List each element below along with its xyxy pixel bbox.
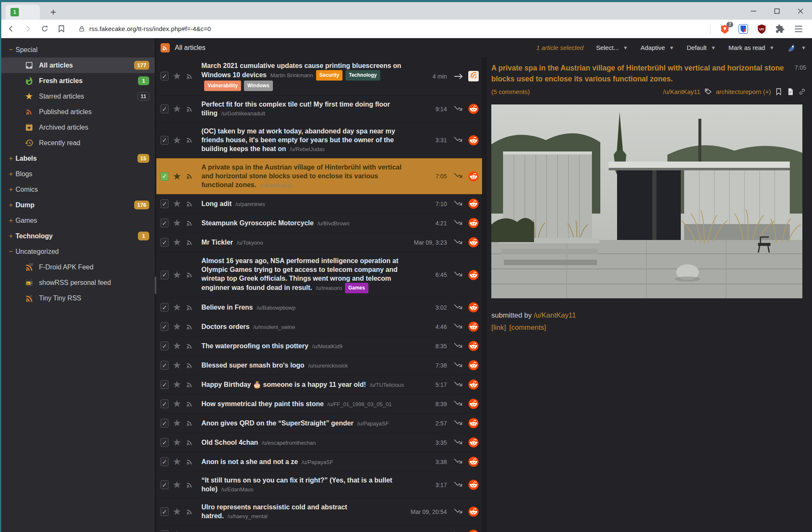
- article-checkbox[interactable]: ✓: [161, 271, 169, 279]
- sidebar-item-archived-articles[interactable]: Archived articles: [1, 120, 155, 135]
- collapse-icon[interactable]: −: [6, 46, 16, 54]
- star-icon[interactable]: ★: [173, 399, 182, 409]
- pane-splitter[interactable]: [482, 57, 486, 532]
- comments-link[interactable]: [comments]: [509, 323, 546, 332]
- share-zigzag-icon[interactable]: [454, 342, 463, 351]
- expand-icon[interactable]: +: [6, 170, 16, 178]
- share-zigzag-icon[interactable]: [454, 399, 463, 409]
- sidebar-item-recently-read[interactable]: Recently read: [1, 135, 155, 151]
- share-zigzag-icon[interactable]: [454, 199, 463, 209]
- new-tab-button[interactable]: +: [47, 5, 60, 19]
- star-icon[interactable]: ★: [173, 71, 182, 81]
- star-icon[interactable]: ★: [173, 172, 182, 181]
- article-tag-games[interactable]: Games: [345, 283, 368, 293]
- star-icon[interactable]: ★: [173, 418, 182, 428]
- star-icon[interactable]: ★: [173, 303, 182, 312]
- star-icon[interactable]: ★: [173, 322, 182, 331]
- sidebar-item-blogs[interactable]: +Blogs: [1, 166, 155, 182]
- article-checkbox[interactable]: ✓: [161, 361, 169, 370]
- share-zigzag-icon[interactable]: [454, 322, 463, 331]
- extensions-puzzle-icon[interactable]: [775, 23, 786, 34]
- article-checkbox[interactable]: ✓: [161, 219, 169, 227]
- article-row[interactable]: ✓★Ulro represents narcissistic cold and …: [156, 498, 482, 525]
- expand-icon[interactable]: +: [6, 216, 16, 225]
- share-zigzag-icon[interactable]: [454, 270, 463, 279]
- article-row[interactable]: ✓★March 2021 cumulative updates cause pr…: [156, 57, 482, 96]
- sidebar-splitter[interactable]: [155, 38, 156, 532]
- share-zigzag-icon[interactable]: [454, 136, 463, 145]
- open-arrow-icon[interactable]: [454, 72, 463, 81]
- expand-icon[interactable]: +: [6, 154, 16, 163]
- article-checkbox[interactable]: ✓: [161, 322, 169, 331]
- splitter-grip[interactable]: [155, 276, 156, 294]
- article-row[interactable]: ✓★Perfect fit for this complex tile cut!…: [156, 96, 482, 123]
- back-icon[interactable]: [4, 22, 18, 36]
- star-icon[interactable]: ★: [173, 104, 182, 114]
- star-icon[interactable]: ★: [173, 480, 182, 490]
- expand-icon[interactable]: +: [6, 185, 16, 194]
- sidebar-item-labels[interactable]: +Labels15: [1, 151, 155, 166]
- address-bar[interactable]: rss.fakecake.org/tt-rss/index.php#f=-4&c…: [78, 25, 705, 32]
- article-title[interactable]: Steampunk Gyroscopic Motorcycle: [201, 219, 314, 227]
- article-title[interactable]: Doctors orders: [201, 323, 249, 330]
- article-checkbox[interactable]: ✓: [161, 507, 169, 516]
- article-row[interactable]: ✓★Old School 4chan/u/escapefromthechan3:…: [156, 433, 482, 452]
- minimize-icon[interactable]: [742, 2, 765, 20]
- article-row[interactable]: ✓★(OC) taken by me at work today, abando…: [156, 123, 482, 158]
- article-title[interactable]: How symmetrical they paint this stone: [201, 400, 324, 407]
- share-zigzag-icon[interactable]: [454, 238, 463, 247]
- star-icon[interactable]: ★: [173, 218, 182, 228]
- article-title-link[interactable]: A private spa in the Austrian village of…: [491, 63, 795, 84]
- article-checkbox[interactable]: ✓: [161, 72, 169, 81]
- article-tag-technology[interactable]: Technology: [345, 70, 380, 81]
- profile-menu[interactable]: ▼: [787, 43, 806, 53]
- article-row[interactable]: ✓★A private spa in the Austrian village …: [156, 158, 482, 194]
- sidebar-item-starred-articles[interactable]: ★Starred articles11: [1, 89, 155, 104]
- publish-bookmark-icon[interactable]: [775, 88, 783, 96]
- article-title[interactable]: The waterproofing on this pottery: [201, 342, 308, 349]
- expand-icon[interactable]: +: [6, 201, 16, 209]
- article-title[interactable]: Happy Birthday 🎂 someone is a happy 11 y…: [201, 381, 366, 388]
- article-checkbox[interactable]: ✓: [161, 238, 169, 247]
- article-row[interactable]: ✓★Steampunk Gyroscopic Motorcycle/u/Blvd…: [156, 214, 482, 233]
- article-row[interactable]: ✓★“It still turns on so you can fix it r…: [156, 472, 482, 498]
- star-icon[interactable]: ★: [173, 136, 182, 145]
- external-link[interactable]: [link]: [491, 323, 506, 332]
- submitted-user-link[interactable]: /u/KantKay11: [534, 311, 576, 319]
- close-icon[interactable]: [789, 2, 812, 20]
- forward-icon[interactable]: [21, 22, 35, 36]
- brave-shields-icon[interactable]: 7: [719, 23, 730, 34]
- sidebar-item-technology[interactable]: +Technology1: [1, 228, 155, 244]
- share-zigzag-icon[interactable]: [454, 361, 463, 370]
- share-link-icon[interactable]: [798, 88, 806, 96]
- article-checkbox[interactable]: ✓: [161, 419, 169, 428]
- sidebar-item-special[interactable]: −Special: [1, 42, 155, 57]
- article-checkbox[interactable]: ✓: [161, 380, 169, 389]
- article-checkbox[interactable]: ✓: [161, 199, 169, 208]
- sidebar-item-dump[interactable]: +Dump176: [1, 197, 155, 213]
- share-zigzag-icon[interactable]: [454, 530, 463, 532]
- sidebar-item-tiny-tiny-rss[interactable]: Tiny Tiny RSS: [1, 290, 155, 306]
- star-icon[interactable]: ★: [173, 341, 182, 351]
- article-title[interactable]: Anon gives QRD on the “SuperStraight” ge…: [201, 420, 353, 427]
- share-zigzag-icon[interactable]: [454, 219, 463, 228]
- bitwarden-icon[interactable]: [738, 23, 749, 34]
- article-row[interactable]: ✓★Mr Tickler/u/TokyonoMar 09, 3:23: [156, 233, 482, 252]
- article-checkbox[interactable]: ✓: [161, 480, 169, 489]
- article-row[interactable]: ✓★Believe in Frens/u/Babowpbowp3:02: [156, 298, 482, 317]
- sidebar-item-fresh-articles[interactable]: Fresh articles1: [1, 73, 155, 89]
- star-icon[interactable]: ★: [173, 237, 182, 247]
- article-checkbox[interactable]: ✓: [161, 438, 169, 447]
- article-row[interactable]: ✓★Anon gives QRD on the “SuperStraight” …: [156, 414, 482, 433]
- star-icon[interactable]: ★: [173, 360, 182, 370]
- share-zigzag-icon[interactable]: [454, 380, 463, 389]
- article-title[interactable]: Long adit: [201, 200, 231, 207]
- article-tag-link[interactable]: architectureporn (+): [716, 88, 771, 95]
- ublock-origin-icon[interactable]: UO: [756, 23, 767, 34]
- share-zigzag-icon[interactable]: [454, 457, 463, 467]
- share-zigzag-icon[interactable]: [454, 104, 463, 114]
- article-checkbox[interactable]: ✓: [161, 303, 169, 312]
- share-zigzag-icon[interactable]: [454, 480, 463, 490]
- star-icon[interactable]: ★: [173, 438, 182, 447]
- star-icon[interactable]: ★: [173, 380, 182, 389]
